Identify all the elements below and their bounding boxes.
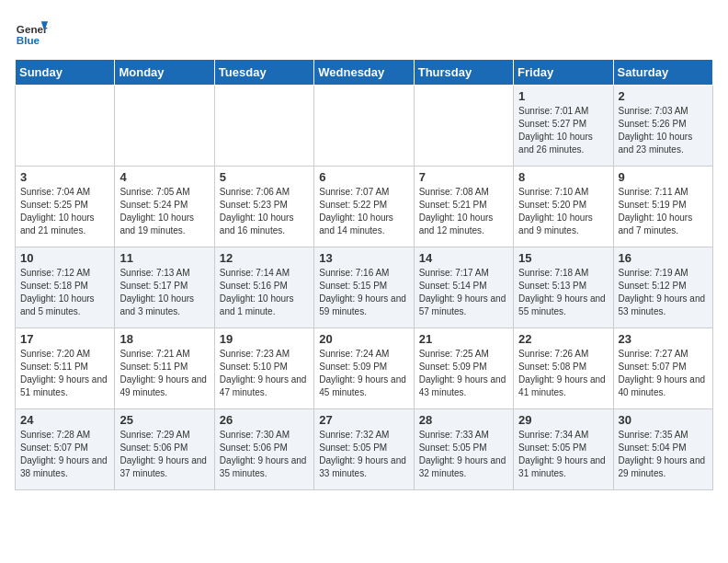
calendar-week: 1Sunrise: 7:01 AM Sunset: 5:27 PM Daylig… bbox=[16, 86, 713, 167]
day-number: 17 bbox=[20, 332, 109, 346]
day-info: Sunrise: 7:17 AM Sunset: 5:14 PM Dayligh… bbox=[419, 267, 508, 318]
day-number: 15 bbox=[518, 251, 608, 265]
calendar-cell: 20Sunrise: 7:24 AM Sunset: 5:09 PM Dayli… bbox=[314, 328, 414, 409]
day-header-friday: Friday bbox=[514, 60, 613, 86]
day-number: 11 bbox=[119, 251, 209, 265]
day-number: 18 bbox=[119, 332, 209, 346]
day-info: Sunrise: 7:30 AM Sunset: 5:06 PM Dayligh… bbox=[220, 429, 309, 480]
calendar-cell bbox=[16, 86, 115, 167]
day-info: Sunrise: 7:06 AM Sunset: 5:23 PM Dayligh… bbox=[220, 186, 309, 237]
calendar-table: SundayMondayTuesdayWednesdayThursdayFrid… bbox=[15, 59, 713, 490]
day-info: Sunrise: 7:08 AM Sunset: 5:21 PM Dayligh… bbox=[419, 186, 508, 237]
day-number: 21 bbox=[419, 332, 508, 346]
day-info: Sunrise: 7:28 AM Sunset: 5:07 PM Dayligh… bbox=[20, 429, 109, 480]
day-number: 2 bbox=[619, 89, 708, 103]
day-info: Sunrise: 7:21 AM Sunset: 5:11 PM Dayligh… bbox=[119, 348, 209, 399]
day-info: Sunrise: 7:14 AM Sunset: 5:16 PM Dayligh… bbox=[220, 267, 309, 318]
day-info: Sunrise: 7:25 AM Sunset: 5:09 PM Dayligh… bbox=[419, 348, 508, 399]
calendar-cell: 27Sunrise: 7:32 AM Sunset: 5:05 PM Dayli… bbox=[314, 409, 414, 490]
day-info: Sunrise: 7:07 AM Sunset: 5:22 PM Dayligh… bbox=[319, 186, 408, 237]
calendar-cell: 24Sunrise: 7:28 AM Sunset: 5:07 PM Dayli… bbox=[16, 409, 115, 490]
day-number: 16 bbox=[619, 251, 708, 265]
calendar-cell: 18Sunrise: 7:21 AM Sunset: 5:11 PM Dayli… bbox=[115, 328, 214, 409]
day-info: Sunrise: 7:23 AM Sunset: 5:10 PM Dayligh… bbox=[220, 348, 309, 399]
day-info: Sunrise: 7:05 AM Sunset: 5:24 PM Dayligh… bbox=[119, 186, 209, 237]
day-number: 30 bbox=[619, 413, 708, 427]
day-number: 6 bbox=[319, 170, 408, 184]
day-info: Sunrise: 7:32 AM Sunset: 5:05 PM Dayligh… bbox=[319, 429, 408, 480]
day-header-sunday: Sunday bbox=[16, 60, 115, 86]
day-number: 22 bbox=[518, 332, 608, 346]
calendar-cell: 6Sunrise: 7:07 AM Sunset: 5:22 PM Daylig… bbox=[314, 167, 414, 247]
calendar-cell: 3Sunrise: 7:04 AM Sunset: 5:25 PM Daylig… bbox=[16, 167, 115, 247]
day-number: 28 bbox=[419, 413, 508, 427]
day-number: 14 bbox=[419, 251, 508, 265]
calendar-cell: 10Sunrise: 7:12 AM Sunset: 5:18 PM Dayli… bbox=[16, 247, 115, 328]
calendar-cell: 9Sunrise: 7:11 AM Sunset: 5:19 PM Daylig… bbox=[613, 167, 712, 247]
calendar-week: 3Sunrise: 7:04 AM Sunset: 5:25 PM Daylig… bbox=[16, 167, 713, 247]
calendar-body: 1Sunrise: 7:01 AM Sunset: 5:27 PM Daylig… bbox=[16, 86, 713, 490]
day-header-wednesday: Wednesday bbox=[314, 60, 414, 86]
day-number: 19 bbox=[220, 332, 309, 346]
day-info: Sunrise: 7:34 AM Sunset: 5:05 PM Dayligh… bbox=[518, 429, 608, 480]
day-number: 24 bbox=[20, 413, 109, 427]
calendar-cell: 12Sunrise: 7:14 AM Sunset: 5:16 PM Dayli… bbox=[214, 247, 313, 328]
day-header-monday: Monday bbox=[115, 60, 214, 86]
calendar-cell: 29Sunrise: 7:34 AM Sunset: 5:05 PM Dayli… bbox=[514, 409, 613, 490]
page-header: General Blue bbox=[15, 15, 713, 48]
day-info: Sunrise: 7:19 AM Sunset: 5:12 PM Dayligh… bbox=[619, 267, 708, 318]
day-number: 7 bbox=[419, 170, 508, 184]
logo-icon: General Blue bbox=[15, 15, 48, 48]
calendar-cell bbox=[115, 86, 214, 167]
day-info: Sunrise: 7:20 AM Sunset: 5:11 PM Dayligh… bbox=[20, 348, 109, 399]
calendar-cell: 11Sunrise: 7:13 AM Sunset: 5:17 PM Dayli… bbox=[115, 247, 214, 328]
day-info: Sunrise: 7:13 AM Sunset: 5:17 PM Dayligh… bbox=[119, 267, 209, 318]
day-number: 23 bbox=[619, 332, 708, 346]
day-info: Sunrise: 7:27 AM Sunset: 5:07 PM Dayligh… bbox=[619, 348, 708, 399]
day-number: 29 bbox=[518, 413, 608, 427]
calendar-cell: 1Sunrise: 7:01 AM Sunset: 5:27 PM Daylig… bbox=[514, 86, 613, 167]
logo: General Blue bbox=[15, 15, 48, 48]
calendar-cell bbox=[214, 86, 313, 167]
day-number: 4 bbox=[119, 170, 209, 184]
day-header-saturday: Saturday bbox=[613, 60, 712, 86]
calendar-cell: 2Sunrise: 7:03 AM Sunset: 5:26 PM Daylig… bbox=[613, 86, 712, 167]
calendar-cell: 5Sunrise: 7:06 AM Sunset: 5:23 PM Daylig… bbox=[214, 167, 313, 247]
calendar-cell bbox=[314, 86, 414, 167]
day-info: Sunrise: 7:16 AM Sunset: 5:15 PM Dayligh… bbox=[319, 267, 408, 318]
calendar-cell: 4Sunrise: 7:05 AM Sunset: 5:24 PM Daylig… bbox=[115, 167, 214, 247]
svg-text:Blue: Blue bbox=[17, 34, 40, 46]
day-number: 13 bbox=[319, 251, 408, 265]
calendar-cell: 8Sunrise: 7:10 AM Sunset: 5:20 PM Daylig… bbox=[514, 167, 613, 247]
day-number: 8 bbox=[518, 170, 608, 184]
day-info: Sunrise: 7:10 AM Sunset: 5:20 PM Dayligh… bbox=[518, 186, 608, 237]
day-number: 26 bbox=[220, 413, 309, 427]
calendar-cell: 17Sunrise: 7:20 AM Sunset: 5:11 PM Dayli… bbox=[16, 328, 115, 409]
day-info: Sunrise: 7:33 AM Sunset: 5:05 PM Dayligh… bbox=[419, 429, 508, 480]
day-number: 20 bbox=[319, 332, 408, 346]
day-header-tuesday: Tuesday bbox=[214, 60, 313, 86]
calendar-cell: 13Sunrise: 7:16 AM Sunset: 5:15 PM Dayli… bbox=[314, 247, 414, 328]
day-number: 3 bbox=[20, 170, 109, 184]
calendar-header: SundayMondayTuesdayWednesdayThursdayFrid… bbox=[16, 60, 713, 86]
day-number: 10 bbox=[20, 251, 109, 265]
day-info: Sunrise: 7:03 AM Sunset: 5:26 PM Dayligh… bbox=[619, 105, 708, 156]
day-info: Sunrise: 7:12 AM Sunset: 5:18 PM Dayligh… bbox=[20, 267, 109, 318]
calendar-cell bbox=[414, 86, 513, 167]
calendar-week: 10Sunrise: 7:12 AM Sunset: 5:18 PM Dayli… bbox=[16, 247, 713, 328]
calendar-week: 17Sunrise: 7:20 AM Sunset: 5:11 PM Dayli… bbox=[16, 328, 713, 409]
day-info: Sunrise: 7:11 AM Sunset: 5:19 PM Dayligh… bbox=[619, 186, 708, 237]
day-info: Sunrise: 7:18 AM Sunset: 5:13 PM Dayligh… bbox=[518, 267, 608, 318]
calendar-week: 24Sunrise: 7:28 AM Sunset: 5:07 PM Dayli… bbox=[16, 409, 713, 490]
calendar-cell: 21Sunrise: 7:25 AM Sunset: 5:09 PM Dayli… bbox=[414, 328, 513, 409]
day-number: 5 bbox=[220, 170, 309, 184]
calendar-cell: 30Sunrise: 7:35 AM Sunset: 5:04 PM Dayli… bbox=[613, 409, 712, 490]
day-info: Sunrise: 7:01 AM Sunset: 5:27 PM Dayligh… bbox=[518, 105, 608, 156]
day-header-thursday: Thursday bbox=[414, 60, 513, 86]
day-info: Sunrise: 7:35 AM Sunset: 5:04 PM Dayligh… bbox=[619, 429, 708, 480]
day-number: 25 bbox=[119, 413, 209, 427]
day-info: Sunrise: 7:26 AM Sunset: 5:08 PM Dayligh… bbox=[518, 348, 608, 399]
calendar-cell: 14Sunrise: 7:17 AM Sunset: 5:14 PM Dayli… bbox=[414, 247, 513, 328]
day-number: 9 bbox=[619, 170, 708, 184]
calendar-cell: 25Sunrise: 7:29 AM Sunset: 5:06 PM Dayli… bbox=[115, 409, 214, 490]
